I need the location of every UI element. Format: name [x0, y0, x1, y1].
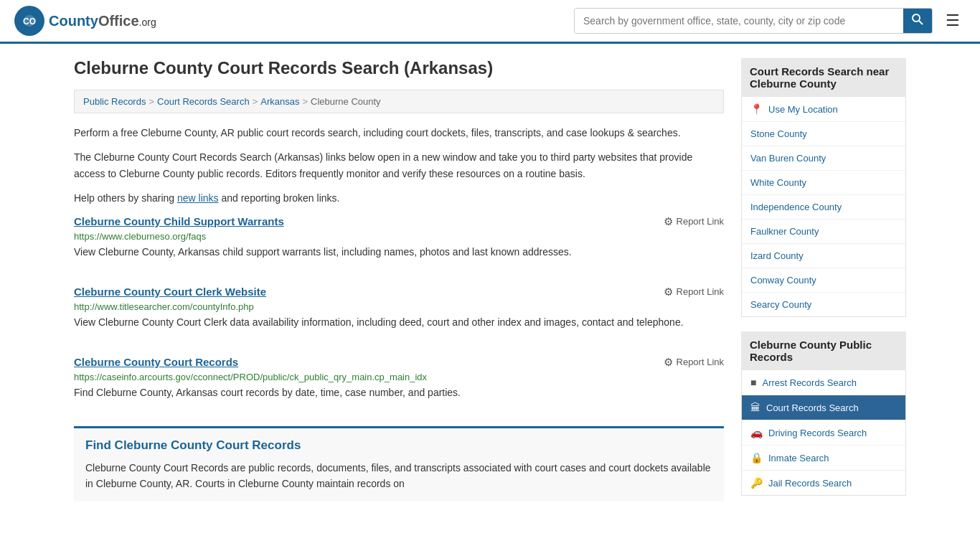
nearby-county-link-1[interactable]: Van Buren County: [750, 153, 826, 164]
record-item-header-2: Cleburne County Court Records ⚙ Report L…: [74, 356, 724, 369]
public-record-link-3[interactable]: Inmate Search: [768, 453, 829, 463]
record-title-0[interactable]: Cleburne County Child Support Warrants: [74, 215, 284, 227]
nearby-counties: Stone CountyVan Buren CountyWhite County…: [742, 122, 905, 316]
main-container: Cleburne County Court Records Search (Ar…: [60, 44, 920, 524]
report-link-0[interactable]: ⚙ Report Link: [664, 215, 724, 228]
public-record-icon-1: 🏛: [750, 402, 760, 413]
breadcrumb-current: Cleburne County: [311, 96, 381, 107]
content-area: Cleburne County Court Records Search (Ar…: [74, 58, 724, 510]
logo-county: County: [49, 13, 98, 29]
record-item: Cleburne County Court Records ⚙ Report L…: [74, 356, 724, 412]
nearby-county-item[interactable]: Independence County: [742, 195, 905, 220]
svg-point-3: [913, 14, 920, 22]
menu-button[interactable]: ☰: [940, 9, 966, 33]
record-url-0[interactable]: https://www.cleburneso.org/faqs: [74, 231, 724, 242]
public-records-section: Cleburne County Public Records ■ Arrest …: [741, 331, 906, 496]
public-records-header: Cleburne County Public Records: [741, 331, 906, 370]
public-record-icon-0: ■: [750, 377, 756, 388]
sidebar: Court Records Search near Cleburne Count…: [741, 58, 906, 510]
search-bar: [574, 8, 933, 34]
description-1: Perform a free Cleburne County, AR publi…: [74, 125, 724, 141]
report-label-1: Report Link: [677, 286, 724, 297]
record-item: Cleburne County Child Support Warrants ⚙…: [74, 215, 724, 271]
page-title: Cleburne County Court Records Search (Ar…: [74, 58, 724, 78]
find-section: Find Cleburne County Court Records Clebu…: [74, 426, 724, 502]
nearby-county-item[interactable]: Izard County: [742, 244, 905, 268]
nearby-county-item[interactable]: Faulkner County: [742, 220, 905, 244]
public-record-icon-3: 🔒: [750, 452, 763, 463]
record-title-2[interactable]: Cleburne County Court Records: [74, 356, 238, 368]
nearby-county-item[interactable]: Van Buren County: [742, 146, 905, 171]
public-record-item[interactable]: 🏛 Court Records Search: [742, 395, 905, 420]
report-icon-0: ⚙: [664, 215, 673, 228]
svg-text:CO: CO: [23, 17, 36, 27]
find-section-title: Find Cleburne County Court Records: [85, 438, 712, 453]
report-link-1[interactable]: ⚙ Report Link: [664, 286, 724, 298]
use-location-link[interactable]: Use My Location: [768, 104, 838, 115]
nearby-county-item[interactable]: Searcy County: [742, 293, 905, 316]
breadcrumb-arkansas[interactable]: Arkansas: [260, 96, 299, 107]
breadcrumb: Public Records > Court Records Search > …: [74, 90, 724, 113]
record-desc-0: View Cleburne County, Arkansas child sup…: [74, 245, 724, 260]
public-records-body: ■ Arrest Records Search 🏛 Court Records …: [741, 370, 906, 496]
nearby-section: Court Records Search near Cleburne Count…: [741, 58, 906, 317]
svg-line-4: [919, 21, 923, 24]
record-desc-1: View Cleburne County Court Clerk data av…: [74, 315, 724, 330]
public-record-item[interactable]: 🔒 Inmate Search: [742, 446, 905, 471]
breadcrumb-public-records[interactable]: Public Records: [83, 96, 146, 107]
logo-area[interactable]: CO CountyOffice.org: [14, 6, 156, 36]
public-record-icon-2: 🚗: [750, 427, 763, 438]
record-item-header-1: Cleburne County Court Clerk Website ⚙ Re…: [74, 286, 724, 298]
record-item-header-0: Cleburne County Child Support Warrants ⚙…: [74, 215, 724, 228]
header-right: ☰: [574, 8, 966, 34]
nearby-county-link-5[interactable]: Izard County: [750, 250, 804, 261]
nearby-header: Court Records Search near Cleburne Count…: [741, 58, 906, 97]
public-record-item[interactable]: ■ Arrest Records Search: [742, 370, 905, 395]
logo-text: CountyOffice.org: [49, 13, 156, 29]
public-record-icon-4: 🔑: [750, 477, 763, 489]
report-label-0: Report Link: [677, 216, 724, 227]
public-record-item[interactable]: 🔑 Jail Records Search: [742, 471, 905, 495]
record-title-1[interactable]: Cleburne County Court Clerk Website: [74, 286, 266, 298]
logo-org: .org: [139, 17, 156, 28]
public-records-list: ■ Arrest Records Search 🏛 Court Records …: [742, 370, 905, 495]
public-record-link-4[interactable]: Jail Records Search: [768, 478, 852, 489]
nearby-county-link-0[interactable]: Stone County: [750, 128, 807, 139]
nearby-county-item[interactable]: Stone County: [742, 122, 905, 146]
description-2: The Cleburne County Court Records Search…: [74, 149, 724, 182]
logo-office: Office: [98, 13, 139, 29]
nearby-county-link-7[interactable]: Searcy County: [750, 299, 811, 310]
nearby-county-link-2[interactable]: White County: [750, 177, 806, 188]
record-desc-2: Find Cleburne County, Arkansas court rec…: [74, 385, 724, 400]
nearby-county-link-4[interactable]: Faulkner County: [750, 226, 819, 237]
report-icon-1: ⚙: [664, 286, 673, 298]
search-input[interactable]: [575, 9, 903, 33]
public-record-link-0[interactable]: Arrest Records Search: [762, 377, 857, 388]
logo-icon: CO: [14, 6, 44, 36]
nearby-county-link-3[interactable]: Independence County: [750, 202, 842, 212]
report-label-2: Report Link: [677, 357, 724, 367]
description-3: Help others by sharing new links and rep…: [74, 190, 724, 206]
nearby-body: 📍 Use My Location Stone CountyVan Buren …: [741, 97, 906, 317]
public-record-link-1[interactable]: Court Records Search: [766, 402, 859, 413]
record-url-2[interactable]: https://caseinfo.arcourts.gov/cconnect/P…: [74, 372, 724, 382]
public-record-item[interactable]: 🚗 Driving Records Search: [742, 420, 905, 446]
public-record-link-2[interactable]: Driving Records Search: [768, 428, 867, 438]
search-button[interactable]: [903, 9, 932, 33]
pin-icon: 📍: [750, 103, 763, 115]
report-link-2[interactable]: ⚙ Report Link: [664, 356, 724, 369]
nearby-county-link-6[interactable]: Conway County: [750, 275, 816, 286]
nearby-county-item[interactable]: Conway County: [742, 268, 905, 293]
nearby-county-item[interactable]: White County: [742, 171, 905, 195]
use-location[interactable]: 📍 Use My Location: [742, 97, 905, 122]
report-icon-2: ⚙: [664, 356, 673, 369]
new-links-link[interactable]: new links: [177, 192, 219, 204]
find-section-text: Cleburne County Court Records are public…: [85, 460, 712, 492]
record-item: Cleburne County Court Clerk Website ⚙ Re…: [74, 286, 724, 342]
record-url-1[interactable]: http://www.titlesearcher.com/countyInfo.…: [74, 301, 724, 312]
record-list: Cleburne County Child Support Warrants ⚙…: [74, 215, 724, 412]
site-header: CO CountyOffice.org ☰: [0, 0, 980, 44]
breadcrumb-court-records[interactable]: Court Records Search: [157, 96, 250, 107]
